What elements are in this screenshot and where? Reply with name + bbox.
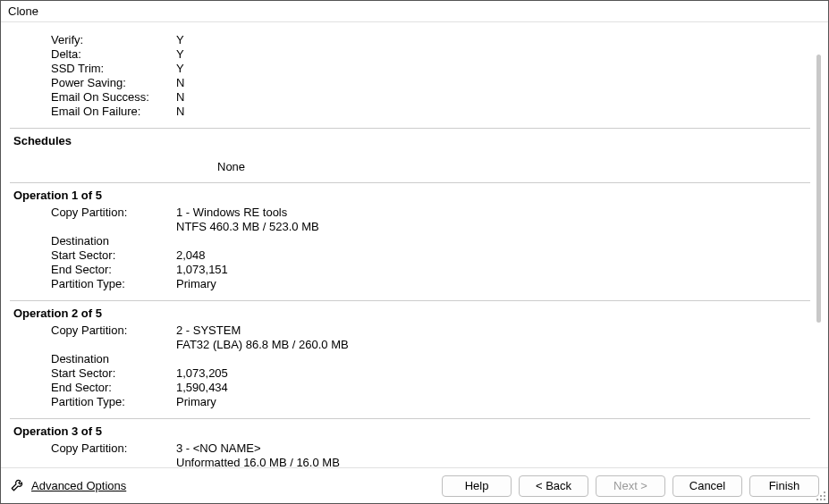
copy-partition-label: Copy Partition: <box>10 441 176 456</box>
partition-type-value: Primary <box>176 395 810 409</box>
option-powersaving-label: Power Saving: <box>10 76 176 90</box>
copy-partition-label: Copy Partition: <box>10 206 176 220</box>
schedules-heading: Schedules <box>10 134 810 147</box>
svg-point-4 <box>820 499 822 500</box>
divider <box>10 128 810 129</box>
partition-type-label: Partition Type: <box>10 395 176 409</box>
finish-button[interactable]: Finish <box>749 475 819 497</box>
start-sector-label: Start Sector: <box>10 248 176 263</box>
svg-point-2 <box>820 495 822 497</box>
footer: Advanced Options Help < Back Next > Canc… <box>1 467 828 503</box>
option-emailfailure-value: N <box>176 105 810 119</box>
option-emailsuccess-label: Email On Success: <box>10 90 176 105</box>
partition-type-value: Primary <box>176 277 810 291</box>
option-verify-value: Y <box>176 33 810 47</box>
help-button[interactable]: Help <box>442 475 512 497</box>
advanced-options-label: Advanced Options <box>31 479 126 492</box>
partition-type-label: Partition Type: <box>10 277 176 291</box>
content-area: Verify: Y Delta: Y SSD Trim: Y Power Sav… <box>1 24 828 467</box>
scroll-pane[interactable]: Verify: Y Delta: Y SSD Trim: Y Power Sav… <box>10 24 810 467</box>
start-sector-value: 2,048 <box>176 248 810 263</box>
back-button[interactable]: < Back <box>519 475 588 497</box>
option-emailsuccess-value: N <box>176 90 810 105</box>
copy-partition-detail: NTFS 460.3 MB / 523.0 MB <box>176 220 810 234</box>
destination-heading: Destination <box>10 234 810 248</box>
destination-heading: Destination <box>10 352 810 366</box>
resize-grip-icon[interactable] <box>816 491 826 501</box>
svg-point-0 <box>824 491 825 493</box>
copy-partition-value: 2 - SYSTEM <box>176 323 810 338</box>
copy-partition-detail: FAT32 (LBA) 86.8 MB / 260.0 MB <box>176 338 810 352</box>
divider <box>10 300 810 301</box>
cancel-button[interactable]: Cancel <box>673 475 742 497</box>
start-sector-value: 1,073,205 <box>176 366 810 381</box>
schedules-value: None <box>10 160 810 173</box>
window-title: Clone <box>1 1 828 22</box>
end-sector-label: End Sector: <box>10 263 176 277</box>
option-ssdtrim-value: Y <box>176 62 810 76</box>
option-ssdtrim-label: SSD Trim: <box>10 62 176 76</box>
operation-heading: Operation 1 of 5 <box>10 189 810 202</box>
end-sector-value: 1,590,434 <box>176 381 810 395</box>
option-delta-value: Y <box>176 47 810 62</box>
copy-partition-value: 3 - <NO NAME> <box>176 441 810 456</box>
start-sector-label: Start Sector: <box>10 366 176 381</box>
svg-point-3 <box>824 499 825 500</box>
divider <box>10 182 810 183</box>
option-verify-label: Verify: <box>10 33 176 47</box>
operation-heading: Operation 2 of 5 <box>10 307 810 320</box>
option-delta-label: Delta: <box>10 47 176 62</box>
copy-partition-value: 1 - Windows RE tools <box>176 206 810 220</box>
advanced-options-link[interactable]: Advanced Options <box>10 476 126 495</box>
copy-partition-label: Copy Partition: <box>10 323 176 338</box>
option-emailfailure-label: Email On Failure: <box>10 105 176 119</box>
divider <box>10 418 810 419</box>
operation-heading: Operation 3 of 5 <box>10 424 810 438</box>
scrollbar-thumb[interactable] <box>816 55 821 323</box>
copy-partition-detail: Unformatted 16.0 MB / 16.0 MB <box>176 456 810 467</box>
svg-point-1 <box>824 495 825 497</box>
end-sector-label: End Sector: <box>10 381 176 395</box>
end-sector-value: 1,073,151 <box>176 263 810 277</box>
next-button[interactable]: Next > <box>596 475 665 497</box>
svg-point-5 <box>816 499 818 500</box>
wrench-icon <box>10 476 26 495</box>
option-powersaving-value: N <box>176 76 810 90</box>
